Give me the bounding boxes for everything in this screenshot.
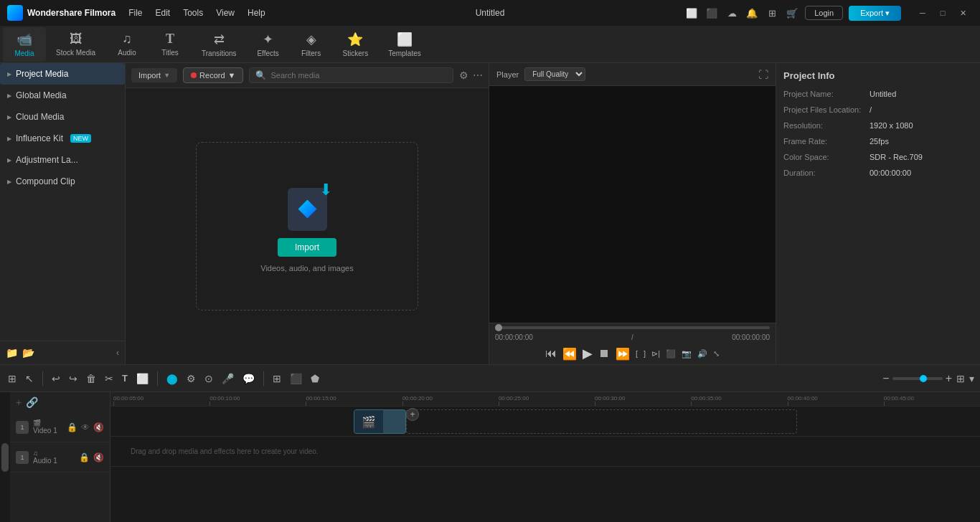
player-snapshot-icon[interactable]: 📷: [682, 349, 692, 359]
player-fullscreen-icon[interactable]: ⛶: [758, 69, 768, 80]
zoom-plus-icon[interactable]: +: [946, 372, 952, 385]
zoom-minus-icon[interactable]: −: [882, 372, 889, 385]
menu-edit[interactable]: Edit: [154, 5, 171, 21]
cut-icon[interactable]: ✂: [103, 371, 116, 386]
add-track-icon[interactable]: +: [16, 397, 22, 408]
more-options-icon[interactable]: ⋯: [473, 70, 483, 81]
tab-transitions[interactable]: ⇄ Transitions: [192, 27, 247, 62]
stabilize-icon[interactable]: ⊙: [202, 371, 215, 386]
quality-select[interactable]: Full Quality: [524, 67, 585, 81]
redo-icon[interactable]: ↪: [67, 371, 80, 386]
record-audio-icon[interactable]: ⬤: [164, 371, 180, 386]
player-next-frame-icon[interactable]: ⏩: [616, 347, 630, 361]
player-pip-icon[interactable]: ⬛: [666, 349, 676, 359]
login-button[interactable]: Login: [805, 6, 843, 20]
zoom-track[interactable]: [892, 377, 943, 380]
menu-view[interactable]: View: [215, 5, 236, 21]
sidebar-item-adjustment-layer[interactable]: ▶ Adjustment La...: [0, 149, 125, 171]
tab-titles[interactable]: T Titles: [149, 27, 192, 61]
track-type-label: ♫: [33, 450, 57, 457]
mute-track-icon[interactable]: 🔇: [93, 422, 104, 432]
cloud-upload-icon[interactable]: ☁: [725, 6, 739, 20]
record-dot-icon: [191, 72, 197, 78]
speed-icon[interactable]: ⚙: [184, 371, 198, 386]
text-tool-icon[interactable]: T: [120, 371, 130, 386]
sidebar-item-compound-clip[interactable]: ▶ Compound Clip: [0, 171, 125, 192]
drop-zone-label: Drag and drop media and effects here to …: [131, 447, 319, 455]
window-controls: ─ □ ✕: [913, 6, 973, 20]
sidebar-item-label: Global Media: [16, 90, 67, 100]
player-timeline[interactable]: [495, 326, 770, 329]
sidebar-item-project-media[interactable]: ▶ Project Media: [0, 63, 125, 85]
crop-tool-icon[interactable]: ⬜: [134, 371, 151, 386]
player-mark-in-icon[interactable]: [: [636, 349, 638, 358]
close-button[interactable]: ✕: [953, 6, 973, 20]
media-clip[interactable]: 🎬: [354, 409, 406, 434]
lock-track-icon[interactable]: 🔒: [79, 452, 90, 462]
lock-track-icon[interactable]: 🔒: [67, 422, 77, 432]
sidebar-item-influence-kit[interactable]: ▶ Influence Kit NEW: [0, 128, 125, 149]
player-extract-icon[interactable]: ⊳|: [651, 349, 660, 359]
notification-icon[interactable]: 🔔: [745, 6, 759, 20]
search-input[interactable]: [270, 71, 447, 80]
timeline-select-icon[interactable]: ↖: [23, 371, 36, 386]
zoom-thumb[interactable]: [920, 375, 927, 382]
timeline-scroll-handle[interactable]: [0, 392, 10, 522]
grid-icon[interactable]: ⊞: [765, 6, 779, 20]
filter-icon[interactable]: ⚙: [459, 70, 468, 81]
cart-icon[interactable]: 🛒: [785, 6, 799, 20]
player-canvas: [489, 86, 776, 323]
track-number: 1: [16, 451, 29, 464]
player-audio-icon[interactable]: 🔊: [697, 349, 707, 359]
timeline-layout-icon[interactable]: ⊞: [6, 371, 19, 386]
player-prev-frame-icon[interactable]: ⏪: [562, 347, 577, 361]
delete-icon[interactable]: 🗑: [84, 371, 98, 386]
player-stop-icon[interactable]: ⏹: [598, 347, 610, 360]
collapse-icon[interactable]: ‹: [116, 348, 119, 358]
record-button[interactable]: Record ▼: [183, 67, 243, 83]
pip-icon[interactable]: ⬛: [288, 371, 304, 386]
split-view-icon[interactable]: ⬛: [705, 6, 719, 20]
import-button[interactable]: Import ▼: [131, 68, 177, 82]
media-area: Import ▼ Record ▼ 🔍 ⚙ ⋯: [126, 63, 489, 364]
templates-tab-icon: ⬜: [397, 32, 413, 47]
multi-cam-icon[interactable]: ⊞: [270, 371, 283, 386]
minimize-button[interactable]: ─: [913, 6, 933, 20]
player-play-button[interactable]: ▶: [583, 346, 593, 361]
timeline-more-icon[interactable]: ▾: [969, 373, 974, 384]
sidebar-item-cloud-media[interactable]: ▶ Cloud Media: [0, 106, 125, 128]
menu-file[interactable]: File: [127, 5, 143, 21]
mute-audio-icon[interactable]: 🔇: [93, 452, 104, 462]
import-drop-zone[interactable]: ⬇ Import Videos, audio, and images: [196, 142, 418, 310]
player-mark-out-icon[interactable]: ]: [644, 349, 646, 358]
menu-tools[interactable]: Tools: [182, 5, 204, 21]
undo-icon[interactable]: ↩: [50, 371, 62, 386]
player-rewind-icon[interactable]: ⏮: [545, 347, 557, 360]
hide-track-icon[interactable]: 👁: [81, 422, 90, 432]
audio-track-row: Drag and drop media and effects here to …: [110, 437, 980, 467]
sidebar-item-global-media[interactable]: ▶ Global Media: [0, 85, 125, 106]
maximize-button[interactable]: □: [933, 6, 953, 20]
tab-filters[interactable]: ◈ Filters: [290, 27, 333, 62]
player-settings-icon[interactable]: ⤡: [713, 349, 720, 359]
export-button[interactable]: Export ▾: [849, 6, 901, 21]
tab-effects[interactable]: ✦ Effects: [247, 27, 290, 62]
mask-icon[interactable]: ⬟: [308, 371, 321, 386]
tab-audio[interactable]: ♫ Audio: [105, 27, 149, 61]
timeline-grid-icon[interactable]: ⊞: [956, 373, 965, 384]
mic-icon[interactable]: 🎤: [220, 371, 236, 386]
new-folder-icon[interactable]: 📂: [22, 347, 34, 359]
player-timeline-thumb[interactable]: [495, 324, 502, 331]
add-track-row: + 🔗: [10, 392, 110, 412]
tab-media[interactable]: 📹 Media: [3, 27, 46, 62]
tab-templates[interactable]: ⬜ Templates: [378, 27, 431, 62]
captions-icon[interactable]: 💬: [240, 371, 257, 386]
import-drop-button[interactable]: Import: [278, 238, 336, 257]
tab-stickers[interactable]: ⭐ Stickers: [333, 27, 379, 62]
fullscreen-icon[interactable]: ⬜: [684, 6, 699, 20]
link-tracks-icon[interactable]: 🔗: [26, 397, 38, 408]
add-folder-icon[interactable]: 📁: [6, 347, 18, 359]
tab-stock-media[interactable]: 🖼 Stock Media: [46, 27, 105, 61]
ruler-mark: 00:00:15:00: [306, 395, 402, 406]
menu-help[interactable]: Help: [246, 5, 267, 21]
